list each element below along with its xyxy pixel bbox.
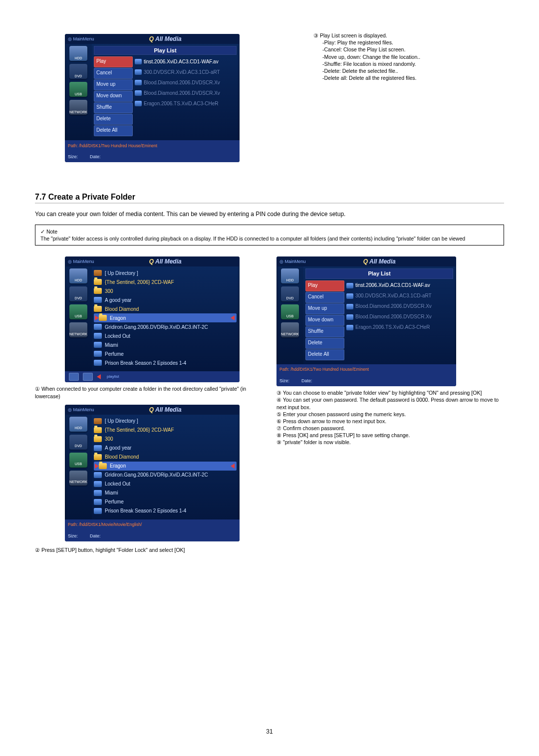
up-icon [94, 418, 102, 424]
instruction-step: ⑦ Confirm chosen password. [276, 425, 504, 432]
instruction-step: ③ You can choose to enable "private fold… [276, 389, 504, 396]
file-list-row[interactable]: Miami [94, 340, 237, 349]
folder-icon [94, 279, 102, 285]
filelist-window-2: ◎ MainMenu Q All Media HDD DVD USB NETWO… [65, 405, 240, 541]
caption-step2: ② Press [SETUP] button, highlight "Folde… [35, 546, 263, 553]
playlist-menu-move-up[interactable]: Move up [94, 79, 133, 90]
up-icon [94, 270, 102, 276]
folder-icon [94, 436, 102, 442]
file-list-row[interactable]: Locked Out [94, 480, 237, 489]
playlist-menu-shuffle[interactable]: Shuffle [94, 102, 133, 113]
playlist-step3-head: ③ Play List screen is displayed. [313, 32, 529, 39]
side-network-icon: NETWORK [69, 322, 87, 337]
arrow-right-icon [95, 464, 99, 469]
note-text: The "private" folder access is only cont… [40, 236, 465, 242]
side-dvd-icon: DVD [69, 64, 87, 79]
side-usb-icon: USB [281, 304, 299, 319]
playlist-header: Play List [305, 268, 453, 279]
file-icon [135, 59, 142, 64]
playlist-file-row[interactable]: 300.DVDSCR.XviD.AC3.1CD-aRT [346, 291, 453, 301]
playlist-file-row[interactable]: tinst.2006.XviD.AC3.CD1-WAF.av [346, 280, 453, 290]
file-list-row[interactable]: {The Sentinel, 2006} 2CD-WAF [94, 426, 237, 435]
playlist-file-row[interactable]: Eragon.2006.TS.XviD.AC3-CHeR [346, 322, 453, 332]
playlist-file-row[interactable]: Blood.Diamond.2006.DVDSCR.Xv [135, 88, 237, 98]
playlist-menu-shuffle[interactable]: Shuffle [305, 326, 344, 337]
folder-icon [99, 463, 107, 469]
instruction-step: ⑥ Press down arrow to move to next input… [276, 418, 504, 425]
file-list-row[interactable]: 300 [94, 286, 237, 295]
playlist-menu-delete-all[interactable]: Delete All [94, 125, 133, 136]
playlist-menu-cancel[interactable]: Cancel [94, 68, 133, 79]
file-list-row[interactable]: A good year [94, 295, 237, 304]
file-list-row[interactable]: Perfume [94, 349, 237, 358]
footer-path: Path: /hdd/DISK1/Two Hundred House/Emine… [68, 143, 157, 148]
file-icon [346, 325, 353, 330]
file-icon [94, 324, 102, 330]
file-list-row[interactable]: Eragon [94, 313, 237, 322]
file-list-row[interactable]: Prison Break Season 2 Episodes 1-4 [94, 506, 237, 515]
playlist-menu-delete[interactable]: Delete [305, 338, 344, 349]
file-icon [346, 314, 353, 320]
file-icon [94, 360, 102, 366]
file-list-row[interactable]: 300 [94, 435, 237, 444]
file-icon [94, 333, 102, 339]
playlist-menu-delete[interactable]: Delete [94, 114, 133, 125]
playlist-menu-move-up[interactable]: Move up [305, 303, 344, 314]
file-icon [135, 101, 142, 106]
filelist-window-1: ◎ MainMenu Q All Media HDD DVD USB NETWO… [65, 256, 240, 382]
playlist-menu-delete-all[interactable]: Delete All [305, 349, 344, 360]
file-list-row[interactable]: [ Up Directory ] [94, 268, 237, 277]
playlist-menu-cancel[interactable]: Cancel [305, 292, 344, 303]
file-list-row[interactable]: Locked Out [94, 331, 237, 340]
playlist-menu-move-down[interactable]: Move down [305, 315, 344, 326]
playlist-file-row[interactable]: Blood.Diamond.2006.DVDSCR.Xv [346, 312, 453, 322]
file-list-row[interactable]: Gridiron.Gang.2006.DVDRip.XviD.AC3.iNT-2… [94, 322, 237, 331]
playlist-file-row[interactable]: 300.DVDSCR.XviD.AC3.1CD-aRT [135, 67, 237, 77]
caption-step1: ① When connected to your computer create… [35, 385, 263, 399]
note-label: ✓ Note [40, 229, 57, 235]
playlist-file-row[interactable]: Blood.Diamond.2006.DVDSCR.Xv [346, 301, 453, 311]
file-list-row[interactable]: Prison Break Season 2 Episodes 1-4 [94, 358, 237, 367]
file-list-row[interactable]: Gridiron.Gang.2006.DVDRip.XviD.AC3.iNT-2… [94, 471, 237, 480]
side-hdd-icon: HDD [69, 268, 87, 283]
folder-icon [94, 306, 102, 312]
playlist-menu-play[interactable]: Play [94, 56, 133, 67]
playlist-menu-play[interactable]: Play [305, 280, 344, 291]
file-icon [94, 499, 102, 505]
file-icon [135, 69, 142, 75]
playlist-file-row[interactable]: tinst.2006.XviD.AC3.CD1-WAF.av [135, 56, 237, 66]
file-icon [346, 283, 353, 288]
file-icon [94, 481, 102, 487]
file-list-row[interactable]: Perfume [94, 498, 237, 506]
playlist-menu-move-down[interactable]: Move down [94, 91, 133, 102]
mainmenu-label: ◎ MainMenu [68, 36, 94, 41]
side-dvd-icon: DVD [69, 286, 87, 301]
side-usb-icon: USB [69, 304, 87, 319]
file-icon [346, 304, 353, 309]
file-list-row[interactable]: Blood Diamond [94, 453, 237, 462]
folder-icon [94, 454, 102, 460]
file-list-row[interactable]: [ Up Directory ] [94, 417, 237, 426]
playlist-file-row[interactable]: Blood.Diamond.2006.DVDSCR.Xv [135, 77, 237, 87]
playlist-window-top: ◎ MainMenu Q All Media HDD DVD USB NETWO… [65, 34, 240, 162]
footer-path: Path: /hdd/DISK1/Movie/Movie/English/ [68, 522, 142, 527]
footer-size: Size: [68, 154, 78, 159]
instruction-step: ⑨ "private" folder is now visible. [276, 439, 504, 446]
folder-icon [99, 315, 107, 321]
file-list-row[interactable]: Blood Diamond [94, 304, 237, 313]
file-list-row[interactable]: Eragon [94, 462, 237, 471]
file-icon [94, 297, 102, 303]
file-list-row[interactable]: {The Sentinel, 2006} 2CD-WAF [94, 277, 237, 286]
footer-path: Path: /hdd/DISK1/Two Hundred House/Emine… [279, 367, 369, 372]
side-dvd-icon: DVD [281, 286, 299, 301]
tool-playlist-label: playlist [107, 374, 119, 380]
playlist-file-row[interactable]: Eragon.2006.TS.XviD.AC3-CHeR [135, 98, 237, 108]
side-usb-icon: USB [69, 82, 87, 97]
file-list-row[interactable]: A good year [94, 444, 237, 453]
instruction-step: ⑤ Enter your chosen password using the n… [276, 411, 504, 418]
side-hdd-icon: HDD [69, 46, 87, 61]
tool-icon-2 [83, 373, 93, 381]
file-list-row[interactable]: Miami [94, 489, 237, 498]
file-icon [94, 490, 102, 496]
page-number: 31 [0, 728, 539, 735]
